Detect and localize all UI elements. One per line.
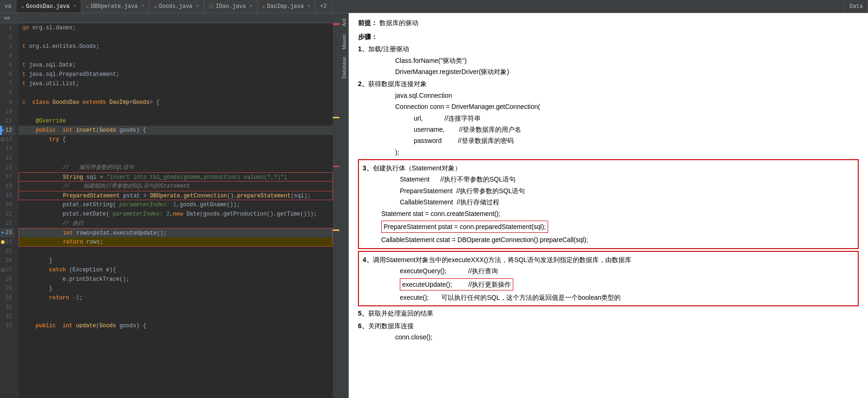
code-line-3: t org.sl.entites.Goods; (19, 42, 333, 51)
step-1: 1、加载/注册驱动 Class.forName("驱动类") DriverMan… (358, 44, 859, 77)
code-line-30: return -1; (19, 293, 333, 303)
step-3-item-2: PrepareStatement //执行带参数的SQL语句 (400, 186, 854, 196)
tab-goods-icon: ☕ (154, 3, 157, 9)
intro-text: 数据库的驱动 (379, 19, 418, 27)
code-line-31 (19, 303, 333, 312)
ln-27: 27 (0, 265, 15, 275)
tab-va[interactable]: va (0, 0, 16, 13)
tab-daoimp[interactable]: ☕ DaoImp.java × (258, 0, 316, 13)
step-2-item-4: username, //登录数据库的用户名 (414, 124, 859, 135)
code-line-23: int rows=pstat.executeUpdate(); (19, 228, 333, 237)
tab-daoimp-close[interactable]: × (307, 4, 310, 9)
step-6: 6、关闭数据库连接 conn.close(); (358, 321, 859, 343)
side-tab-database[interactable]: Database (340, 53, 348, 82)
step-6-item-1: conn.close(); (395, 332, 859, 342)
ln-21: 21 (0, 209, 15, 219)
tab-dboperate-close[interactable]: × (141, 4, 144, 9)
tab-idao-label: IDao.java (216, 3, 246, 10)
code-line-5: t java.sql.Date; (19, 61, 333, 70)
step-6-title: 6、关闭数据库连接 (358, 321, 859, 331)
code-lines[interactable]: ge org.sl.daoes; t org.sl.entites.Goods;… (19, 23, 333, 398)
ln-8: 8 (0, 88, 15, 98)
code-line-19: PreparedStatement pstat = DBOperate.getC… (19, 191, 333, 200)
step-5: 5、获取并处理返回的结果 (358, 308, 859, 318)
code-line-26: } (19, 256, 333, 265)
ln-28: 28 (0, 275, 15, 284)
step-2-item-2: Connection conn = DriverManager.getConne… (395, 101, 859, 112)
step-4-item-2: executeUpdate(); //执行更新操作 (400, 278, 513, 290)
ln-17: 17 (0, 172, 15, 182)
code-line-14 (19, 144, 333, 154)
tab-goodsdao-label: GoodsDao.java (26, 3, 70, 10)
ln-24: 24 (0, 237, 15, 247)
code-line-25 (19, 247, 333, 256)
step-2-item-6: ); (395, 147, 859, 157)
scroll-indicator[interactable] (333, 23, 339, 398)
code-panel: va 1 2 3 4 5 6 7 8 9 10 11 ▶ 12 (0, 13, 339, 398)
tab-goodsdao-close[interactable]: × (73, 4, 76, 9)
code-line-17: String sql = "insert into tbl_goods(gnam… (19, 172, 333, 182)
tab-more-label: +2 (320, 3, 326, 10)
step-3: 3、创建执行体（Statement对象） Statement //执行不带参数的… (358, 159, 859, 249)
main-area: va 1 2 3 4 5 6 7 8 9 10 11 ▶ 12 (0, 13, 868, 398)
code-line-2 (19, 33, 333, 42)
code-line-8 (19, 88, 333, 98)
ln-23: ▶ 23 (0, 228, 15, 237)
tab-daoimp-label: DaoImp.java (267, 3, 304, 10)
code-line-1: ge org.sl.daoes; (19, 23, 333, 33)
code-line-13: try { (19, 135, 333, 144)
step-3-title: 3、创建执行体（Statement对象） (363, 163, 854, 173)
code-line-9: c class GoodsDao extends DaoImp<Goods> { (19, 98, 333, 107)
ln-20: 20 (0, 200, 15, 209)
step-3-item-3: CallableStatement //执行存储过程 (400, 197, 854, 207)
step-2: 2、获得数据库连接对象 java.sql.Connection Connecti… (358, 79, 859, 157)
tab-data[interactable]: Data (844, 0, 868, 13)
ln-15: 15 (0, 154, 15, 163)
ln-11: 11 (0, 116, 15, 126)
side-tab-ant[interactable]: Ant (340, 15, 348, 30)
ln-10: 10 (0, 107, 15, 116)
code-content: 1 2 3 4 5 6 7 8 9 10 11 ▶ 12 13 (0, 23, 339, 398)
ln-9: 9 (0, 98, 15, 107)
ln-7: 7 (0, 79, 15, 88)
code-line-16: // 编写带参数的SQL语句 (19, 163, 333, 172)
tab-dboperate-icon: ☕ (86, 3, 89, 9)
ln-18: 18 (0, 182, 15, 191)
right-panel-inner: 前提： 数据库的驱动 步骤： 1、加载/注册驱动 Class.forName("… (358, 18, 859, 343)
ln-26: 26 (0, 256, 15, 265)
step-4-title: 4、调用Statement对象当中的executeXXX()方法，将SQL语句发… (363, 255, 854, 265)
side-tab-maven[interactable]: Maven (340, 30, 348, 53)
tab-va-label: va (5, 3, 11, 10)
code-line-7: t java.util.List; (19, 79, 333, 88)
ln-2: 2 (0, 33, 15, 42)
tab-bar: va ☕ GoodsDao.java × ☕ DBOperate.java × … (0, 0, 868, 13)
ln-12: ▶ 12 (0, 126, 15, 135)
tab-goodsdao-icon: ☕ (21, 3, 24, 9)
ln-31: 31 (0, 303, 15, 312)
tab-dboperate[interactable]: ☕ DBOperate.java × (81, 0, 149, 13)
tab-idao[interactable]: ⓘ IDao.java × (204, 0, 258, 13)
tab-goods-close[interactable]: × (196, 4, 199, 9)
code-line-15 (19, 154, 333, 163)
code-line-18: // 创建能执行带参数的SQL语句的Statement (19, 182, 333, 191)
right-header: 前提： 数据库的驱动 (358, 18, 859, 29)
ln-30: 30 (0, 293, 15, 303)
steps-label: 步骤： (358, 32, 859, 42)
tab-goods[interactable]: ☕ Goods.java × (149, 0, 204, 13)
tab-goodsdao[interactable]: ☕ GoodsDao.java × (16, 0, 81, 13)
code-line-10 (19, 107, 333, 116)
right-panel: 前提： 数据库的驱动 步骤： 1、加载/注册驱动 Class.forName("… (349, 13, 868, 398)
ln-33: 33 (0, 321, 15, 331)
step-4-item-3: execute(); 可以执行任何的SQL，这个方法的返回值是一个boolean… (400, 292, 854, 303)
step-2-item-1: java.sql.Connection (395, 90, 859, 101)
ln-19: 19 (0, 191, 15, 200)
tab-idao-close[interactable]: × (250, 4, 252, 9)
prefix-label: 前提： (358, 19, 378, 27)
tab-idao-icon: ⓘ (209, 3, 214, 10)
step-3-item-1: Statement //执行不带参数的SQL语句 (400, 174, 854, 184)
step-3-item-5: PrepareStatement pstat = conn.preparedSt… (381, 221, 548, 233)
code-line-11: @Override (19, 116, 333, 126)
code-line-24: return rows; (19, 237, 333, 247)
tab-more[interactable]: +2 (315, 0, 331, 13)
ln-6: 6 (0, 70, 15, 79)
